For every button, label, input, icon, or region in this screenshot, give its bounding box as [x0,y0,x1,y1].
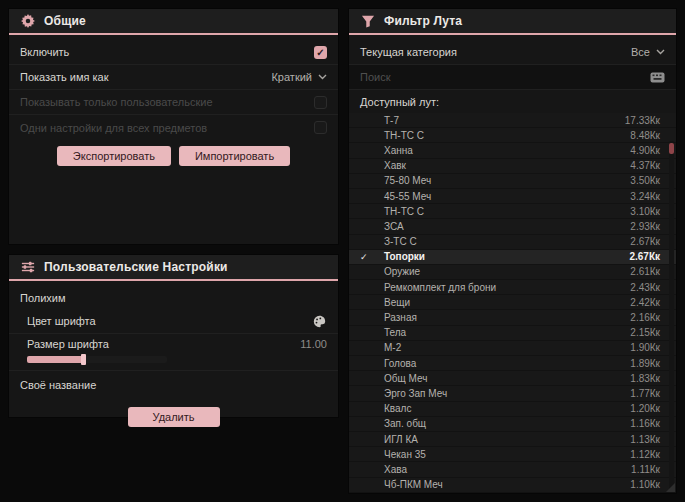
loot-item-value: 2.67Кк [629,251,660,262]
list-item[interactable]: З-ТС С 2.67Кк [349,235,676,250]
loot-item-name: Голова [373,358,630,369]
scrollbar-thumb[interactable] [669,143,674,154]
same-settings-row: Одни настройки для всех предметов [9,115,338,140]
loot-item-value: 1.10Кк [630,479,660,490]
list-item[interactable]: Зап. общ 1.16Кк [349,417,676,432]
loot-item-value: 3.50Кк [630,175,660,186]
loot-item-value: 2.15Кк [630,327,660,338]
loot-item-name: ЗСА [373,221,630,232]
loot-item-value: 1.83Кк [630,373,660,384]
enable-row: Включить ✓ [9,40,338,65]
category-label: Текущая категория [360,46,457,58]
loot-item-name: Квалс [373,403,630,414]
only-custom-label: Показывать только пользовательские [20,96,213,108]
custom-name-input[interactable] [106,375,327,395]
loot-item-name: 75-80 Меч [373,175,630,186]
loot-item-value: 1.89Кк [630,358,660,369]
loot-item-value: 2.16Кк [630,312,660,323]
list-item[interactable]: Тела 2.15Кк [349,326,676,341]
search-input[interactable] [360,71,650,83]
search-box [349,65,676,90]
delete-button[interactable]: Удалить [128,407,220,427]
list-item[interactable]: Вещи 2.42Кк [349,295,676,310]
list-item[interactable]: Квалс 1.20Кк [349,402,676,417]
chevron-down-icon [656,49,665,55]
show-name-dropdown[interactable]: Краткий [271,71,327,83]
list-item[interactable]: Ремкомплект для брони 2.43Кк [349,280,676,295]
loot-item-name: Хавк [373,160,630,171]
custom-name-row: Своё название [9,371,338,398]
list-item[interactable]: ИГЛ КА 1.13Кк [349,432,676,447]
list-item[interactable]: Разная 2.16Кк [349,310,676,325]
resize-grip-icon[interactable] [666,483,675,492]
panel-title: Фильтр Лута [384,14,462,28]
font-size-slider[interactable] [27,356,167,363]
loot-item-name: Общ Меч [373,373,630,384]
show-name-value: Краткий [271,71,312,83]
loot-item-name: Хава [373,464,631,475]
loot-item-value: 1.13Кк [630,434,660,445]
same-settings-checkbox [314,121,327,134]
slider-fill [27,356,83,363]
panel-filter-header: Фильтр Лута [349,9,676,35]
loot-item-value: 3.10Кк [630,206,660,217]
sliders-icon [20,260,35,275]
category-value: Все [631,46,650,58]
export-button[interactable]: Экспортировать [57,146,171,166]
only-custom-row: Показывать только пользовательские [9,90,338,115]
loot-item-value: 1.90Кк [630,342,660,353]
loot-item-value: 3.24Кк [630,191,660,202]
font-color-label: Цвет шрифта [27,315,96,327]
loot-item-name: Чб-ПКМ Меч [373,479,630,490]
list-item[interactable]: М-2 1.90Кк [349,341,676,356]
enable-checkbox[interactable]: ✓ [314,46,327,59]
loot-item-name: ТН-ТС С [373,130,630,141]
category-dropdown[interactable]: Все [631,46,665,58]
list-item[interactable]: Оружие 2.61Кк [349,265,676,280]
list-item[interactable]: Т-7 17.33Кк [349,113,676,128]
loot-item-name: М-2 [373,342,630,353]
panel-general: Общие Включить ✓ Показать имя как Кратки… [8,8,339,245]
loot-item-value: 2.67Кк [630,236,660,247]
list-item[interactable]: 75-80 Меч 3.50Кк [349,174,676,189]
loot-item-name: Вещи [373,297,630,308]
list-item[interactable]: ✓ Топорки 2.67Кк [349,250,676,265]
selected-item-name: Полихим [9,286,338,309]
palette-icon[interactable] [312,314,327,329]
list-item[interactable]: Ханна 4.90Кк [349,143,676,158]
loot-item-value: 17.33Кк [625,115,660,126]
list-item[interactable]: Хавк 4.37Кк [349,159,676,174]
loot-item-value: 1.11Кк [631,464,660,475]
keyboard-icon[interactable] [650,70,665,85]
loot-item-name: Ханна [373,145,630,156]
list-item[interactable]: Голова 1.89Кк [349,356,676,371]
enable-label: Включить [20,46,69,58]
loot-item-name: Т-7 [373,115,625,126]
list-item[interactable]: ЗСА 2.93Кк [349,219,676,234]
same-settings-label: Одни настройки для всех предметов [20,122,207,134]
panel-custom-settings: Пользовательские Настройки Полихим Цвет … [8,254,339,418]
list-item[interactable]: Общ Меч 1.83Кк [349,371,676,386]
font-size-label: Размер шрифта [27,338,109,350]
list-item[interactable]: ТН-ТС С 3.10Кк [349,204,676,219]
panel-custom-header: Пользовательские Настройки [9,255,338,281]
list-item[interactable]: Хава 1.11Кк [349,462,676,477]
list-item[interactable]: ТН-ТС С 8.48Кк [349,128,676,143]
panel-loot-filter: Фильтр Лута Текущая категория Все Доступ… [348,8,677,494]
list-item[interactable]: 45-55 Меч 3.24Кк [349,189,676,204]
loot-item-name: Чекан 35 [373,449,630,460]
list-item[interactable]: Чб-ПКМ Меч 1.10Кк [349,478,676,493]
list-item[interactable]: Эрго Зап Меч 1.77Кк [349,386,676,401]
custom-name-label: Своё название [20,379,96,391]
loot-item-name: З-ТС С [373,236,630,247]
loot-item-value: 2.43Кк [630,282,660,293]
import-button[interactable]: Импортировать [179,146,290,166]
gear-icon [20,14,35,29]
loot-item-name: Тела [373,327,630,338]
scrollbar[interactable] [669,141,674,489]
slider-thumb[interactable] [81,354,86,365]
loot-item-value: 1.20Кк [630,403,660,414]
list-item[interactable]: Чекан 35 1.12Кк [349,447,676,462]
loot-item-name: Разная [373,312,630,323]
loot-item-value: 2.42Кк [630,297,660,308]
